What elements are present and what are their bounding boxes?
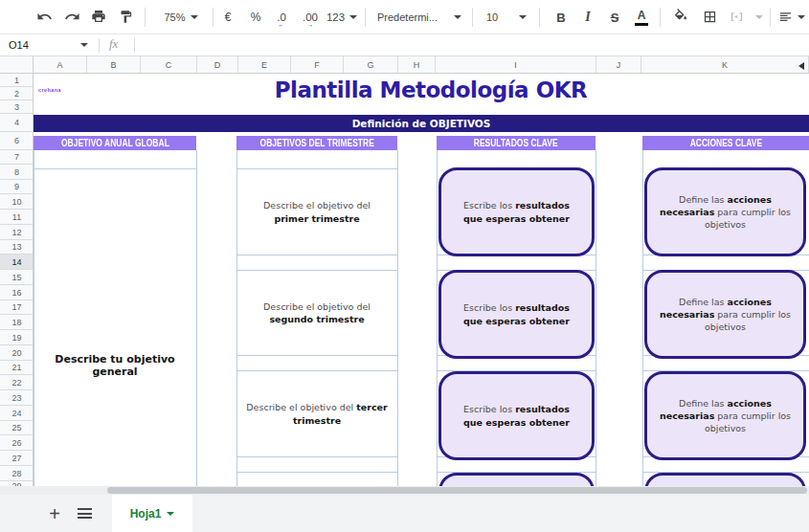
acciones-box-4-partial[interactable] <box>644 473 806 486</box>
column-header-E[interactable]: E <box>238 56 291 74</box>
row-header-11[interactable]: 11 <box>0 210 34 225</box>
banner-label: Definición de OBJETIVOS <box>352 118 491 129</box>
row-header-16[interactable]: 16 <box>0 285 34 300</box>
row-header-20[interactable]: 20 <box>0 345 34 361</box>
column-header-G[interactable]: G <box>344 56 398 74</box>
text-color-button[interactable]: A <box>629 0 654 34</box>
name-box[interactable]: O14 <box>0 34 96 55</box>
column-header-I[interactable]: I <box>436 56 596 74</box>
bold-button[interactable]: B <box>549 0 573 34</box>
row-header-3[interactable]: 3 <box>0 100 34 114</box>
row-header-24[interactable]: 24 <box>0 406 34 421</box>
row-header-2[interactable]: 2 <box>0 87 34 100</box>
trimestre-cell-3[interactable]: Describe el objetivo del tercer trimestr… <box>237 371 396 456</box>
acciones-box-2[interactable]: Define las acciones necesarias para cump… <box>644 270 806 359</box>
banner-cell[interactable]: Definición de OBJETIVOS <box>34 115 809 132</box>
strikethrough-button[interactable]: S <box>602 0 627 34</box>
acciones-box-1[interactable]: Define las acciones necesarias para cump… <box>644 167 806 256</box>
row-header-19[interactable]: 19 <box>0 330 34 345</box>
row-header-4[interactable]: 4 <box>0 114 34 132</box>
row-header-9[interactable]: 9 <box>0 180 34 194</box>
chevron-down-icon <box>454 15 461 19</box>
resultados-box-1[interactable]: Escribe los resultados que esperas obten… <box>438 167 595 256</box>
horizontal-align-button[interactable] <box>775 0 808 34</box>
percent-icon: % <box>251 11 261 24</box>
acciones-box-3[interactable]: Define las acciones necesarias para cump… <box>644 371 806 460</box>
column-header-J[interactable]: J <box>596 56 641 74</box>
sheet-canvas: crehana Plantilla Metodología OKR Defini… <box>34 74 809 486</box>
sheet-tab-hoja1[interactable]: Hoja1 <box>112 495 192 532</box>
paint-format-button[interactable] <box>114 0 137 34</box>
row-header-1[interactable]: 1 <box>0 74 34 87</box>
fill-color-button[interactable] <box>668 0 693 34</box>
row-header-14[interactable]: 14 <box>0 255 34 270</box>
add-sheet-button[interactable]: + <box>40 495 69 532</box>
column-header-D[interactable]: D <box>197 56 238 74</box>
italic-button[interactable]: I <box>575 0 600 34</box>
euro-icon: € <box>225 11 232 24</box>
row-header-12[interactable]: 12 <box>0 225 34 240</box>
toolbar-divider <box>539 8 540 27</box>
sheet-title-cell[interactable]: Plantilla Metodología OKR <box>225 78 637 102</box>
merge-cells-button[interactable] <box>725 0 748 34</box>
currency-format-button[interactable]: € <box>216 0 239 34</box>
horizontal-scrollbar-thumb[interactable] <box>107 487 807 494</box>
row-header-13[interactable]: 13 <box>0 240 34 255</box>
hidden-columns-arrow-icon[interactable] <box>798 62 804 70</box>
row-header-17[interactable]: 17 <box>0 300 34 315</box>
row-header-10[interactable]: 10 <box>0 194 34 210</box>
column-header-F[interactable]: F <box>291 56 344 74</box>
row-header-22[interactable]: 22 <box>0 375 34 390</box>
row-header-25[interactable]: 25 <box>0 421 34 435</box>
row-header-23[interactable]: 23 <box>0 390 34 406</box>
section-header-objetivos-trimestre[interactable]: OBJETIVOS DEL TRIMESTRE <box>236 136 397 150</box>
font-size-select[interactable]: 10 <box>479 0 534 34</box>
resultados-box-4-partial[interactable] <box>438 473 595 486</box>
row-header-28[interactable]: 28 <box>0 466 34 481</box>
row-header-8[interactable]: 8 <box>0 165 34 180</box>
horizontal-scrollbar[interactable] <box>0 486 809 495</box>
trimestre-cell-1[interactable]: Describe el objetivo del primer trimestr… <box>237 169 396 255</box>
more-formats-button[interactable]: 123 <box>324 0 360 34</box>
column-header-A[interactable]: A <box>34 56 87 74</box>
acciones-text: Define las <box>679 297 727 307</box>
column-header-K[interactable]: K <box>641 56 809 74</box>
row-header-27[interactable]: 27 <box>0 451 34 466</box>
formula-divider <box>134 38 135 53</box>
trimestre-cell-2[interactable]: Describe el objetivo del segundo trimest… <box>237 271 396 355</box>
all-sheets-button[interactable] <box>70 495 99 532</box>
row-header-21[interactable]: 21 <box>0 361 34 375</box>
objetivo-general-cell[interactable]: Describe tu objetivo general <box>34 353 195 378</box>
print-button[interactable] <box>87 0 110 34</box>
resultados-box-2[interactable]: Escribe los resultados que esperas obten… <box>438 270 595 359</box>
row-header-7[interactable]: 7 <box>0 150 34 165</box>
resultados-box-3[interactable]: Escribe los resultados que esperas obten… <box>438 371 595 460</box>
zoom-select[interactable]: 75% <box>153 0 209 34</box>
section-header-acciones-clave[interactable]: ACCIONES CLAVE <box>642 136 809 150</box>
row-header-26[interactable]: 26 <box>0 435 34 451</box>
select-all-corner[interactable] <box>0 56 34 74</box>
row-header-6[interactable]: 6 <box>0 132 34 150</box>
acciones-text: para cumplir los objetivos <box>705 410 791 433</box>
increase-decimal-button[interactable]: .00→ <box>297 0 324 34</box>
section-header-objetivo-anual[interactable]: OBJETIVO ANUAL GLOBAL <box>34 136 196 150</box>
column-header-H[interactable]: H <box>398 56 436 74</box>
resultados-text: Escribe los <box>463 302 515 313</box>
arrow-right-icon: → <box>307 21 314 28</box>
column-header-B[interactable]: B <box>87 56 141 74</box>
decrease-decimal-button[interactable]: .0← <box>270 0 293 34</box>
column-header-C[interactable]: C <box>141 56 197 74</box>
row-header-15[interactable]: 15 <box>0 270 34 285</box>
crehana-logo: crehana <box>38 87 61 93</box>
percent-format-button[interactable]: % <box>244 0 267 34</box>
toolbar-divider <box>145 8 146 27</box>
borders-button[interactable] <box>697 0 722 34</box>
font-family-select[interactable]: Predetermi... <box>371 0 467 34</box>
section-header-resultados-clave[interactable]: RESULTADOS CLAVE <box>437 136 596 150</box>
undo-button[interactable] <box>33 0 56 34</box>
formula-input[interactable] <box>140 34 809 55</box>
bold-icon: B <box>556 11 565 25</box>
redo-button[interactable] <box>60 0 83 34</box>
row-header-18[interactable]: 18 <box>0 315 34 330</box>
merge-cells-dropdown[interactable] <box>748 0 765 34</box>
